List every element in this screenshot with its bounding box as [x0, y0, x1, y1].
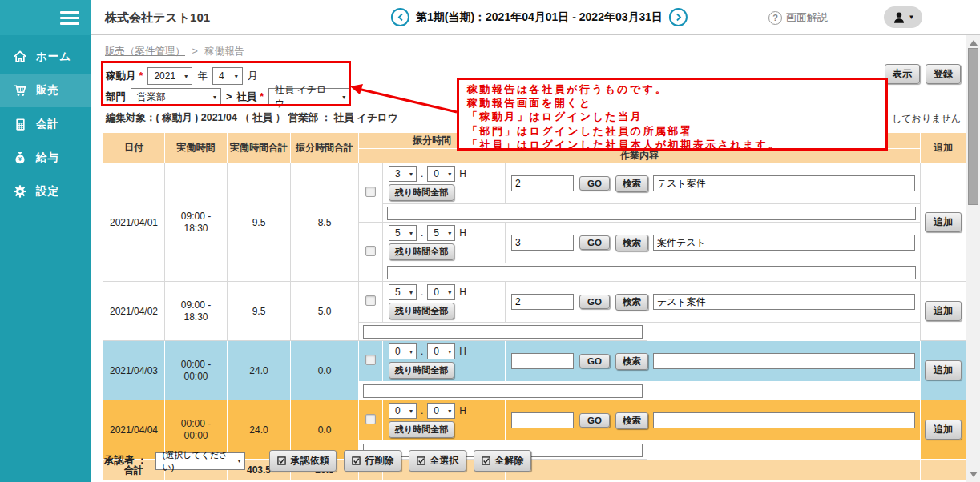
user-menu-button[interactable]: ▼	[884, 6, 922, 28]
department-select[interactable]: 営業部▾	[131, 88, 221, 106]
hamburger-menu-icon[interactable]	[60, 8, 79, 28]
decimal-select[interactable]: 5▾	[427, 225, 455, 241]
decimal-select[interactable]: 0▾	[427, 343, 455, 359]
go-button[interactable]: GO	[579, 295, 610, 309]
checked-box-icon	[417, 456, 425, 465]
add-row-button[interactable]: 追加	[925, 301, 962, 321]
hours-select[interactable]: 5▾	[389, 284, 417, 300]
work-note-input[interactable]	[387, 207, 916, 220]
sidebar-item-accounting[interactable]: 会計	[0, 107, 91, 141]
work-note-input[interactable]	[387, 266, 916, 279]
decimal-select[interactable]: 0▾	[427, 284, 455, 300]
breadcrumb-parent-link[interactable]: 販売（案件管理）	[105, 46, 185, 57]
work-note-input[interactable]	[363, 384, 643, 398]
filter-month-row: 稼動月 * 2021▾ 年 4▾ 月	[106, 67, 257, 85]
employee-select[interactable]: 社員 イチロウ▾	[268, 88, 350, 106]
question-icon: ?	[768, 11, 782, 25]
month-select[interactable]: 4▾	[212, 67, 243, 85]
scrollbar-thumb[interactable]	[968, 48, 978, 205]
hours-select[interactable]: 3▾	[389, 166, 417, 182]
go-button[interactable]: GO	[579, 354, 610, 368]
next-period-button[interactable]	[669, 8, 688, 26]
row-checkbox[interactable]	[365, 246, 376, 256]
table-row: 2021/04/02 09:00 - 18:30 9.5 5.0 5▾ . 0▾…	[103, 282, 966, 323]
project-name-input[interactable]	[653, 175, 915, 191]
project-name-input[interactable]	[653, 235, 915, 251]
remaining-time-button[interactable]: 残り時間全部	[389, 184, 454, 201]
vertical-scrollbar[interactable]	[966, 35, 980, 482]
col-header-date: 日付	[103, 133, 165, 163]
remaining-time-button[interactable]: 残り時間全部	[389, 303, 454, 319]
sidebar-item-home[interactable]: ホーム	[0, 40, 91, 74]
sidebar-item-settings[interactable]: 設定	[0, 175, 91, 208]
col-header-work-time: 実働時間	[165, 133, 228, 163]
select-all-button[interactable]: 全選択	[409, 450, 466, 472]
remaining-time-button[interactable]: 残り時間全部	[389, 421, 454, 438]
fiscal-period-nav: 第1期(当期)：2021年04月01日 - 2022年03月31日	[391, 8, 688, 26]
row-checkbox[interactable]	[365, 414, 376, 424]
decimal-select[interactable]: 0▾	[427, 403, 455, 419]
scroll-up-button[interactable]	[970, 40, 978, 46]
search-button[interactable]: 検索	[615, 235, 648, 251]
search-button[interactable]: 検索	[615, 353, 648, 370]
add-row-button[interactable]: 追加	[925, 212, 962, 232]
project-name-input[interactable]	[653, 353, 915, 369]
scroll-down-button[interactable]	[970, 472, 978, 477]
hours-select[interactable]: 0▾	[389, 343, 417, 359]
hours-select[interactable]: 0▾	[389, 403, 417, 419]
sidebar-item-sales[interactable]: 販売	[0, 74, 91, 107]
approval-footer: 承認者 ： (選択してください)▾ 承認依頼 行削除 全選択 全解除	[104, 450, 531, 472]
go-button[interactable]: GO	[579, 413, 610, 428]
remaining-time-button[interactable]: 残り時間全部	[389, 243, 454, 260]
search-button[interactable]: 検索	[615, 412, 648, 429]
help-button[interactable]: ? 画面解説	[768, 10, 828, 25]
project-code-input[interactable]	[511, 175, 574, 191]
fiscal-period-label: 第1期(当期)：2021年04月01日 - 2022年03月31日	[416, 10, 663, 25]
chevron-down-icon: ▾	[237, 457, 240, 464]
project-code-input[interactable]	[511, 294, 574, 310]
gear-icon	[11, 183, 29, 200]
project-code-input[interactable]	[511, 235, 574, 251]
approval-request-button[interactable]: 承認依頼	[269, 450, 337, 472]
row-checkbox[interactable]	[365, 187, 376, 197]
sidebar-item-payroll[interactable]: ¥ 給与	[0, 141, 91, 175]
hours-select[interactable]: 5▾	[389, 225, 417, 241]
delete-row-button[interactable]: 行削除	[344, 450, 401, 472]
prev-period-button[interactable]	[391, 8, 409, 26]
shopping-cart-icon	[11, 82, 29, 99]
project-code-input[interactable]	[511, 353, 574, 369]
add-row-button[interactable]: 追加	[925, 420, 962, 440]
main-content: 販売（案件管理） > 稼働報告 稼動月 * 2021▾ 年 4▾ 月 部門 営業…	[91, 35, 966, 482]
sidebar: ホーム 販売 会計 ¥ 給与	[0, 0, 91, 482]
project-code-input[interactable]	[511, 412, 574, 428]
table-row-saturday: 2021/04/03 00:00 - 00:00 24.0 0.0 0▾ . 0…	[103, 341, 966, 382]
project-name-input[interactable]	[653, 412, 915, 428]
add-row-button[interactable]: 追加	[925, 360, 962, 380]
approver-select[interactable]: (選択してください)▾	[155, 452, 245, 470]
company-name: 株式会社テスト101	[105, 10, 210, 26]
calculator-icon	[11, 115, 29, 133]
person-icon	[892, 10, 906, 25]
work-note-input[interactable]	[363, 325, 643, 339]
annotation-box: 稼動報告は各社員が行うものです。 稼動報告画面を開くと 「稼動月」はログインした…	[457, 78, 888, 151]
decimal-select[interactable]: 0▾	[427, 166, 455, 182]
go-button[interactable]: GO	[579, 235, 610, 250]
clear-all-button[interactable]: 全解除	[474, 450, 531, 472]
table-row: 2021/04/01 09:00 - 18:30 9.5 8.5 3▾ . 0▾…	[103, 163, 966, 204]
home-icon	[11, 48, 29, 66]
row-checkbox[interactable]	[365, 355, 376, 365]
row-checkbox[interactable]	[365, 295, 376, 306]
search-button[interactable]: 検索	[615, 175, 648, 192]
show-button[interactable]: 表示	[885, 64, 920, 84]
go-button[interactable]: GO	[579, 176, 610, 191]
approver-label: 承認者 ：	[104, 454, 147, 468]
remaining-time-button[interactable]: 残り時間全部	[389, 362, 454, 379]
checked-box-icon	[482, 456, 490, 465]
sidebar-header	[0, 0, 91, 35]
year-select[interactable]: 2021▾	[147, 67, 192, 85]
search-button[interactable]: 検索	[615, 294, 648, 311]
project-name-input[interactable]	[653, 294, 915, 310]
svg-text:¥: ¥	[18, 156, 22, 163]
register-button[interactable]: 登録	[926, 64, 961, 84]
toolbar: 表示 登録	[885, 64, 961, 84]
